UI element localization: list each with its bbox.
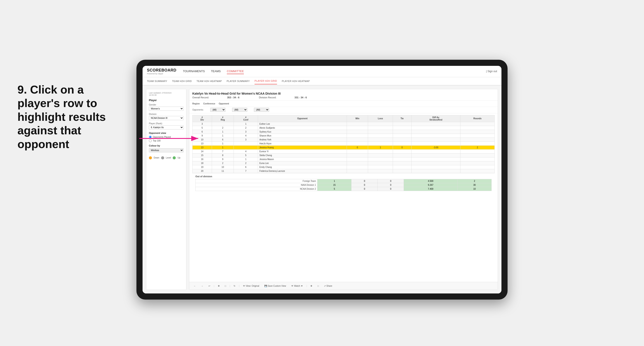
tab-player-h2h-grid[interactable]: PLAYER H2H GRID	[254, 78, 277, 84]
division-table-row: Foreign Team1004.5002	[196, 179, 492, 183]
main-content: Last Updated: 27/03/2024 16:55:38 Player…	[142, 85, 502, 294]
division-table: Foreign Team1004.5002NAIA Division 11500…	[196, 179, 492, 191]
table-row[interactable]: 1474Eunice Yi	[192, 149, 495, 153]
col-win: Win	[347, 115, 368, 122]
table-row[interactable]: 1063Andrea York	[192, 138, 495, 142]
gender-label: Gender	[149, 104, 184, 106]
col-opponent: Opponent	[258, 115, 347, 122]
col-diff: Diff AvStrokes/Rnd	[411, 115, 460, 122]
h2h-grid-table: #Div #Reg #Conf Opponent Win Loss Tie Di…	[192, 115, 495, 173]
undo-btn[interactable]: ←	[192, 284, 198, 288]
bottom-toolbar: ← → ↩ | ✥ □ | ↻ | 👁 View: Original 💾 Sav…	[189, 282, 498, 290]
top-nav: SCOREBOARD Powered by clippd TOURNAMENTS…	[142, 66, 502, 77]
grid-btn[interactable]: ✥	[216, 284, 221, 288]
table-row[interactable]: 131Jessica Huang010-3.002	[192, 146, 495, 149]
division-record-label: Division Record:	[259, 96, 276, 99]
device-frame: SCOREBOARD Powered by clippd TOURNAMENTS…	[136, 60, 508, 300]
tab-player-summary[interactable]: PLAYER SUMMARY	[226, 78, 250, 84]
tab-player-h2h-heatmap[interactable]: PLAYER H2H HEATMAP	[282, 78, 310, 84]
device-screen: SCOREBOARD Powered by clippd TOURNAMENTS…	[142, 66, 502, 294]
opponent-filter-label: Opponent	[219, 102, 229, 105]
conference-filter-group: Conference	[203, 102, 215, 105]
filter-row: Region Conference Opponent	[189, 101, 498, 107]
watch-btn[interactable]: 👁 Watch ▼	[290, 284, 304, 288]
sub-nav: TEAM SUMMARY TEAM H2H GRID TEAM H2H HEAT…	[142, 77, 502, 85]
annotation-text: 9. Click on a player's row to highlight …	[18, 83, 126, 151]
view-original-btn[interactable]: 👁 View: Original	[241, 284, 261, 288]
division-table-row: NCAA Division 25007.40010	[196, 187, 492, 191]
opponent-select[interactable]: (All)	[254, 108, 269, 112]
legend-level-dot	[161, 156, 164, 159]
tab-team-summary[interactable]: TEAM SUMMARY	[147, 78, 167, 84]
conference-select[interactable]: (All)	[232, 108, 247, 112]
col-rounds: Rounds	[460, 115, 495, 122]
table-row[interactable]: 1585Stella Cheng	[192, 153, 495, 157]
legend: Down Level Up	[149, 156, 184, 159]
layout-btn[interactable]: ✥	[309, 284, 314, 288]
sidebar-player-title: Player	[149, 99, 184, 102]
col-loss: Loss	[368, 115, 393, 122]
table-row[interactable]: 914Sharon Mun	[192, 134, 495, 138]
opponent-view-title: Opponent view	[149, 132, 184, 134]
radio-opponents-played[interactable]: Opponents Played	[149, 136, 184, 139]
division-select[interactable]: NCAA Division III	[149, 116, 184, 120]
division-table-row: NAIA Division 115009.26730	[196, 183, 492, 187]
out-of-division: Out of division Foreign Team1004.5002NAI…	[192, 173, 495, 193]
table-row[interactable]: 20117Federica Domecq Lacroze	[192, 169, 495, 173]
colour-by-select[interactable]: Win/loss	[149, 148, 184, 152]
table-row[interactable]: 613Sydney Kuo	[192, 130, 495, 134]
nav-teams[interactable]: TEAMS	[211, 69, 221, 74]
legend-down-label: Down	[154, 157, 159, 159]
tab-team-h2h-grid[interactable]: TEAM H2H GRID	[172, 78, 192, 84]
logo: SCOREBOARD	[147, 68, 176, 73]
colour-by-title: Colour by	[149, 144, 184, 147]
square-btn[interactable]: □	[223, 284, 228, 288]
opponents-label: Opponents:	[192, 109, 204, 111]
region-label: Region	[192, 102, 200, 105]
logo-area: SCOREBOARD Powered by clippd	[147, 68, 176, 75]
sign-out[interactable]: | Sign out	[486, 70, 497, 73]
table-row[interactable]: 1691Jessica Mason	[192, 157, 495, 161]
opponent-filter-group: Opponent	[219, 102, 229, 105]
data-title: Katelyn Vo Head-to-Head Grid for Women's…	[192, 92, 495, 95]
layout2-btn[interactable]: □	[316, 284, 320, 288]
table-row[interactable]: 131HeeJo Hyun	[192, 142, 495, 146]
table-row[interactable]: 1822Euna Lee	[192, 161, 495, 165]
tab-team-h2h-heatmap[interactable]: TEAM H2H HEATMAP	[196, 78, 222, 84]
player-rank-label: Player (Rank)	[149, 122, 184, 125]
redo-btn[interactable]: →	[199, 284, 205, 288]
col-reg: #Reg	[212, 115, 234, 122]
sidebar-timestamp: Last Updated: 27/03/2024 16:55:38	[149, 92, 184, 96]
back-btn[interactable]: ↩	[207, 284, 212, 288]
col-div: #Div	[192, 115, 212, 122]
division-label: Division	[149, 113, 184, 115]
nav-links: TOURNAMENTS TEAMS COMMITTEE	[183, 69, 486, 74]
division-record-value: 331 - 34 - 6	[294, 96, 307, 99]
records-row: Overall Record: 353 - 34 - 6 Division Re…	[192, 96, 495, 99]
legend-level-label: Level	[166, 157, 171, 159]
nav-tournaments[interactable]: TOURNAMENTS	[183, 69, 205, 74]
legend-down-dot	[149, 156, 152, 159]
conference-label: Conference	[203, 102, 215, 105]
legend-up-dot	[173, 156, 176, 159]
nav-committee[interactable]: COMMITTEE	[227, 69, 244, 74]
overall-record-value: 353 - 34 - 6	[227, 96, 239, 99]
table-row[interactable]: 522Alexis Sudijanto	[192, 126, 495, 130]
refresh-btn[interactable]: ↻	[232, 284, 237, 288]
col-conf: #Conf	[234, 115, 258, 122]
filter-selects-row: Opponents: (All) (All) (All)	[189, 107, 498, 113]
player-rank-select[interactable]: 8. Katelyn Vo	[149, 125, 184, 130]
gender-select[interactable]: Women's	[149, 107, 184, 111]
share-btn[interactable]: ⇗ Share	[322, 284, 334, 288]
table-header-row: #Div #Reg #Conf Opponent Win Loss Tie Di…	[192, 115, 495, 122]
legend-up-label: Up	[178, 157, 180, 159]
logo-sub: Powered by clippd	[147, 73, 176, 75]
data-panel-header: Katelyn Vo Head-to-Head Grid for Women's…	[189, 89, 498, 101]
region-select[interactable]: (All)	[210, 108, 226, 112]
sidebar-panel: Last Updated: 27/03/2024 16:55:38 Player…	[146, 89, 186, 290]
save-custom-view-btn[interactable]: 💾 Save Custom View	[262, 284, 288, 288]
col-tie: Tie	[393, 115, 411, 122]
radio-top-100[interactable]: Top 100	[149, 139, 184, 142]
table-row[interactable]: 31Esther Lee	[192, 122, 495, 126]
table-row[interactable]: 19106Emily Chang	[192, 165, 495, 169]
